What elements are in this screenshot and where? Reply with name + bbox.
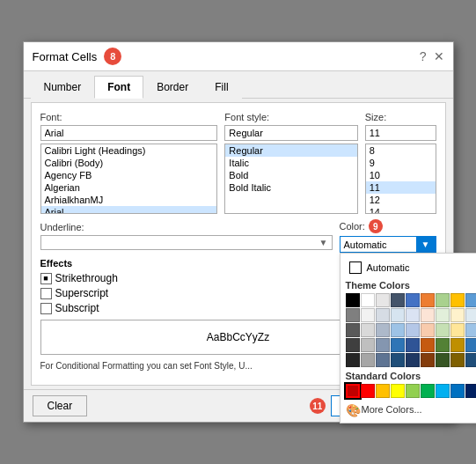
font-item-calibri-body[interactable]: Calibri (Body) — [41, 157, 217, 169]
tab-font[interactable]: Font — [94, 76, 143, 99]
theme-color-swatch[interactable] — [465, 293, 477, 307]
theme-color-swatch[interactable] — [346, 293, 360, 307]
theme-color-swatch[interactable] — [436, 323, 450, 337]
font-item-arial[interactable]: Arial — [41, 206, 217, 214]
standard-color-swatch[interactable] — [465, 384, 477, 398]
subscript-checkbox[interactable] — [40, 303, 52, 314]
standard-color-swatch[interactable] — [361, 384, 375, 398]
theme-color-swatch[interactable] — [450, 338, 465, 352]
standard-color-swatch[interactable] — [406, 384, 420, 398]
theme-color-swatch[interactable] — [406, 308, 420, 322]
font-style-group: Font style: Regular Italic Bold Bold Ita… — [224, 112, 357, 214]
theme-color-swatch[interactable] — [406, 323, 420, 337]
theme-color-swatch[interactable] — [376, 353, 390, 367]
theme-color-swatch[interactable] — [346, 338, 360, 352]
more-colors-row[interactable]: 🎨 More Colors... — [346, 401, 477, 417]
theme-color-swatch[interactable] — [465, 338, 477, 352]
font-name-list[interactable]: Calibri Light (Headings) Calibri (Body) … — [40, 144, 218, 214]
theme-color-swatch[interactable] — [421, 353, 435, 367]
size-12[interactable]: 12 — [366, 194, 436, 206]
standard-colors-grid — [346, 384, 477, 398]
font-size-group: Size: 8 9 10 11 12 14 — [365, 112, 436, 214]
theme-color-swatch[interactable] — [436, 353, 450, 367]
standard-color-swatch[interactable] — [376, 384, 390, 398]
theme-color-swatch[interactable] — [361, 353, 375, 367]
theme-color-swatch[interactable] — [346, 308, 360, 322]
font-style-input[interactable] — [224, 125, 357, 141]
close-icon[interactable]: ✕ — [434, 49, 444, 63]
standard-color-swatch[interactable] — [421, 384, 435, 398]
theme-color-swatch[interactable] — [391, 338, 405, 352]
font-style-list[interactable]: Regular Italic Bold Bold Italic — [224, 144, 357, 214]
strikethrough-checkbox[interactable]: ■ — [40, 273, 52, 284]
help-icon[interactable]: ? — [420, 49, 427, 63]
underline-select[interactable]: ▼ — [40, 235, 333, 250]
tab-fill[interactable]: Fill — [201, 76, 241, 99]
theme-color-swatch[interactable] — [376, 293, 390, 307]
standard-color-swatch[interactable] — [346, 384, 360, 398]
theme-color-swatch[interactable] — [361, 308, 375, 322]
theme-color-swatch[interactable] — [465, 323, 477, 337]
theme-color-swatch[interactable] — [465, 308, 477, 322]
size-10[interactable]: 10 — [366, 169, 436, 181]
style-bold-italic[interactable]: Bold Italic — [225, 181, 356, 194]
style-bold[interactable]: Bold — [225, 169, 356, 181]
underline-group: Underline: ▼ — [40, 222, 333, 250]
badge-9: 9 — [369, 219, 383, 233]
theme-color-swatch[interactable] — [346, 323, 360, 337]
theme-color-swatch[interactable] — [436, 308, 450, 322]
size-9[interactable]: 9 — [366, 157, 436, 169]
font-size-input[interactable] — [365, 125, 436, 141]
font-item-arhialkhan[interactable]: ArhialkhanMJ — [41, 194, 217, 206]
theme-color-swatch[interactable] — [406, 338, 420, 352]
theme-color-swatch[interactable] — [421, 338, 435, 352]
theme-color-swatch[interactable] — [421, 308, 435, 322]
color-dropdown: Automatic Theme Colors Standard Colors 🎨… — [340, 253, 477, 423]
theme-color-swatch[interactable] — [450, 293, 465, 307]
clear-button[interactable]: Clear — [33, 395, 88, 416]
theme-color-swatch[interactable] — [450, 353, 465, 367]
theme-color-swatch[interactable] — [421, 293, 435, 307]
theme-color-swatch[interactable] — [391, 308, 405, 322]
theme-color-swatch[interactable] — [450, 323, 465, 337]
font-size-list[interactable]: 8 9 10 11 12 14 — [365, 144, 436, 214]
theme-color-swatch[interactable] — [376, 323, 390, 337]
size-11[interactable]: 11 — [366, 181, 436, 194]
size-8[interactable]: 8 — [366, 144, 436, 157]
theme-color-swatch[interactable] — [406, 293, 420, 307]
style-italic[interactable]: Italic — [225, 157, 356, 169]
tab-number[interactable]: Number — [31, 76, 95, 99]
font-item-agency[interactable]: Agency FB — [41, 169, 217, 181]
theme-color-swatch[interactable] — [436, 338, 450, 352]
standard-color-swatch[interactable] — [450, 384, 465, 398]
dialog-title: Format Cells — [33, 50, 98, 63]
font-item-calibri-light[interactable]: Calibri Light (Headings) — [41, 144, 217, 157]
theme-color-swatch[interactable] — [346, 353, 360, 367]
theme-color-swatch[interactable] — [436, 293, 450, 307]
theme-color-swatch[interactable] — [361, 293, 375, 307]
theme-color-swatch[interactable] — [376, 338, 390, 352]
theme-color-swatch[interactable] — [391, 293, 405, 307]
font-item-algerian[interactable]: Algerian — [41, 181, 217, 194]
theme-color-swatch[interactable] — [450, 308, 465, 322]
strikethrough-label: Strikethrough — [55, 272, 118, 284]
theme-color-swatch[interactable] — [376, 308, 390, 322]
size-14[interactable]: 14 — [366, 206, 436, 214]
theme-color-swatch[interactable] — [361, 338, 375, 352]
theme-color-swatch[interactable] — [391, 323, 405, 337]
theme-color-swatch[interactable] — [465, 353, 477, 367]
theme-color-swatch[interactable] — [406, 353, 420, 367]
style-regular[interactable]: Regular — [225, 144, 356, 157]
standard-color-swatch[interactable] — [391, 384, 405, 398]
color-dropdown-arrow-icon[interactable]: ▼ — [416, 237, 436, 252]
color-select[interactable]: Automatic ▼ — [340, 236, 436, 253]
superscript-checkbox[interactable] — [40, 288, 52, 299]
font-name-input[interactable] — [40, 125, 218, 141]
theme-color-swatch[interactable] — [361, 323, 375, 337]
auto-color-row[interactable]: Automatic — [346, 259, 477, 276]
standard-color-swatch[interactable] — [436, 384, 450, 398]
theme-color-swatch[interactable] — [421, 323, 435, 337]
title-bar-right: ? ✕ — [420, 49, 444, 63]
theme-color-swatch[interactable] — [391, 353, 405, 367]
tab-border[interactable]: Border — [143, 76, 201, 99]
